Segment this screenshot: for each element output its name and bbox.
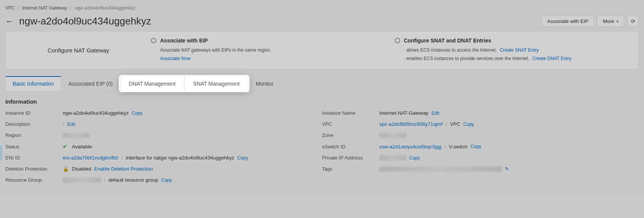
step1-title: Associate with EIP <box>160 37 208 44</box>
value-resource-group: default resource group <box>109 177 158 183</box>
breadcrumb-current: ngw-a2do4ol9uc434uggehkyz <box>75 5 135 11</box>
section-title-information: Information <box>5 98 639 105</box>
associate-now-link[interactable]: Associate Now <box>160 56 190 61</box>
tab-basic-information[interactable]: Basic Information <box>5 76 61 91</box>
value-status: Available <box>72 144 92 150</box>
enable-deletion-protection-link[interactable]: Enable Deletion Protection <box>94 166 153 172</box>
edit-description[interactable]: Edit <box>67 122 75 127</box>
vswitch-name: V-switch <box>449 144 467 150</box>
refresh-button[interactable]: ⟳ <box>627 16 639 27</box>
value-private-ip-redacted <box>380 155 406 161</box>
label-deletion-protection: Deletion Protection <box>5 166 63 172</box>
label-private-ip: Private IP Address <box>322 155 380 161</box>
tabs: Basic Information Associated EIP (0) DNA… <box>5 76 639 91</box>
configure-guide-card: Configure NAT Gateway Associate with EIP… <box>5 31 639 69</box>
copy-instance-id[interactable]: Copy <box>132 111 143 116</box>
label-eni: ENI ID <box>5 155 63 161</box>
copy-vpc[interactable]: Copy <box>463 122 474 127</box>
copy-private-ip[interactable]: Copy <box>409 155 420 161</box>
more-button[interactable]: More ▾ <box>597 16 624 27</box>
tab-dnat-management[interactable]: DNAT Management <box>120 76 184 91</box>
label-tags: Tags <box>322 166 380 172</box>
step-radio-icon <box>395 38 400 43</box>
associate-eip-button[interactable]: Associate with EIP <box>542 16 594 27</box>
left-dock-handle[interactable] <box>0 145 2 161</box>
label-resource-group: Resource Group <box>5 177 63 183</box>
label-status: Status <box>5 144 63 150</box>
step2-line2: · enables ECS instances to provide servi… <box>404 54 529 63</box>
slash-sep: / <box>104 177 105 183</box>
copy-vswitch[interactable]: Copy <box>470 144 481 149</box>
vpc-link[interactable]: vpc-a2dcf8b5lmz608y71ajmf <box>380 121 443 127</box>
breadcrumb-vpc[interactable]: VPC <box>5 5 15 11</box>
lock-icon: 🔓 <box>63 166 69 172</box>
label-instance-name: Instance Name <box>322 110 380 116</box>
breadcrumb-sep: / <box>18 5 19 11</box>
step1-desc: Associate NAT gateways with EIPs in the … <box>160 46 390 54</box>
label-description: Description <box>5 121 63 127</box>
label-vswitch: vSwitch ID <box>322 144 380 150</box>
chevron-down-icon: ▾ <box>616 19 618 23</box>
value-region-redacted <box>63 133 89 138</box>
copy-resource-group[interactable]: Copy <box>161 177 172 183</box>
eni-desc: Interface for natgw ngw-a2do4ol9uc434ugg… <box>126 155 234 161</box>
value-tags-redacted <box>380 166 502 172</box>
label-region: Region <box>5 132 63 138</box>
create-dnat-link[interactable]: Create DNAT Entry <box>532 54 571 63</box>
edit-instance-name[interactable]: Edit <box>431 111 440 116</box>
label-zone: Zone <box>322 132 380 138</box>
step-radio-icon <box>151 38 156 43</box>
edit-tags-icon[interactable]: ✎ <box>505 166 509 172</box>
breadcrumb-gateway[interactable]: Internet NAT Gateway <box>22 5 67 11</box>
highlighted-tab-group: DNAT Management SNAT Management <box>120 76 248 91</box>
value-zone-redacted <box>380 133 406 138</box>
slash-sep: / <box>444 144 446 150</box>
label-vpc: VPC <box>322 121 380 127</box>
value-resource-group-id-redacted <box>63 177 101 183</box>
eni-link[interactable]: eni-a2da70bf1xvdglircfb0 <box>63 155 118 161</box>
configure-title: Configure NAT Gateway <box>6 37 151 63</box>
refresh-icon: ⟳ <box>631 18 635 24</box>
tab-monitor[interactable]: Monitor <box>248 76 281 91</box>
breadcrumb: VPC / Internet NAT Gateway / ngw-a2do4ol… <box>0 0 644 13</box>
step2-title: Configure SNAT and DNAT Entries <box>404 37 492 44</box>
copy-eni[interactable]: Copy <box>237 155 248 161</box>
status-ok-icon: ✔ <box>63 143 67 150</box>
vpc-name: VPC <box>450 121 461 127</box>
back-arrow-icon[interactable]: ← <box>5 16 14 26</box>
breadcrumb-sep: / <box>70 5 71 11</box>
value-deletion-protection: Disabled <box>72 166 91 172</box>
step2-line1: · allows ECS instances to access the Int… <box>404 46 497 54</box>
tab-associated-eip[interactable]: Associated EIP (0) <box>61 76 120 91</box>
value-description: - <box>63 121 64 127</box>
create-snat-link[interactable]: Create SNAT Entry <box>500 46 539 54</box>
tab-snat-management[interactable]: SNAT Management <box>184 76 248 91</box>
more-button-label: More <box>603 18 614 24</box>
slash-sep: / <box>446 121 447 127</box>
vswitch-link[interactable]: vsw-a2d1stoyu4usi5kqc3ggj <box>380 144 442 150</box>
value-instance-id: ngw-a2do4ol9uc434uggehkyz <box>63 110 129 116</box>
slash-sep: / <box>121 155 123 161</box>
value-instance-name: Internet-NAT-Gateway <box>380 110 428 116</box>
label-instance-id: Instance ID <box>5 110 63 116</box>
page-title: ngw-a2do4ol9uc434uggehkyz <box>19 15 542 27</box>
